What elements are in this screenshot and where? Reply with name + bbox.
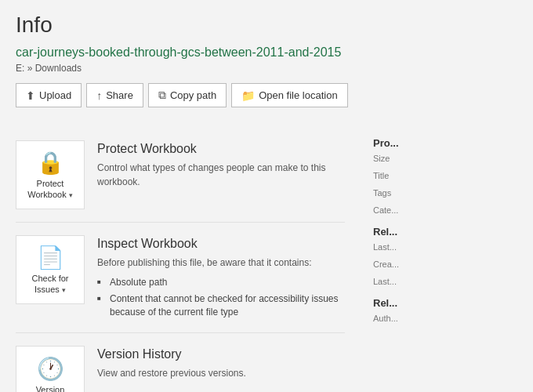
prop-size: Size — [373, 154, 520, 165]
rel-last-modified: Last... — [373, 242, 520, 253]
version-history-button[interactable]: 🕐 VersionHistory — [16, 346, 85, 392]
related2-section-title: Rel... — [373, 297, 520, 309]
share-label: Share — [106, 89, 133, 101]
protect-workbook-icon-label: ProtectWorkbook ▾ — [27, 179, 72, 199]
upload-button[interactable]: ⬆ Upload — [16, 83, 82, 107]
version-history-title: Version History — [97, 347, 345, 361]
share-icon: ↑ — [96, 89, 102, 102]
file-name: car-journeys-booked-through-gcs-between-… — [16, 45, 517, 60]
open-file-location-button[interactable]: 📁 Open file location — [231, 83, 347, 107]
copy-path-button[interactable]: ⧉ Copy path — [148, 83, 227, 107]
inspect-workbook-title: Inspect Workbook — [97, 237, 345, 251]
breadcrumb: E: » Downloads — [16, 63, 517, 74]
prop-tags-label: Tags — [373, 188, 520, 198]
right-panel: Pro... Size Title Tags Cate... Rel... La… — [361, 128, 533, 392]
rel2-author: Auth... — [373, 314, 520, 325]
protect-workbook-section: 🔒 ProtectWorkbook ▾ Protect Workbook Con… — [16, 128, 345, 223]
bullet-absolute-path: Absolute path — [97, 274, 345, 291]
related-section-title: Rel... — [373, 226, 520, 238]
copy-path-label: Copy path — [170, 89, 216, 101]
main-content: 🔒 ProtectWorkbook ▾ Protect Workbook Con… — [0, 128, 533, 392]
document-icon: 📄 — [37, 245, 64, 270]
prop-tags: Tags — [373, 188, 520, 199]
bullet-accessibility: Content that cannot be checked for acces… — [97, 291, 345, 321]
header-section: Info car-journeys-booked-through-gcs-bet… — [0, 0, 533, 128]
copy-icon: ⧉ — [158, 89, 166, 102]
properties-section-title: Pro... — [373, 137, 520, 149]
rel2-author-label: Auth... — [373, 314, 520, 323]
prop-size-label: Size — [373, 154, 520, 163]
upload-label: Upload — [39, 89, 71, 101]
protect-workbook-button[interactable]: 🔒 ProtectWorkbook ▾ — [16, 140, 85, 209]
version-history-desc: View and restore previous versions. — [97, 366, 345, 380]
prop-category: Cate... — [373, 205, 520, 216]
inspect-workbook-content: Inspect Workbook Before publishing this … — [97, 235, 345, 320]
prop-category-label: Cate... — [373, 205, 520, 215]
lock-icon: 🔒 — [37, 150, 64, 176]
inspect-workbook-bullets: Absolute path Content that cannot be che… — [97, 274, 345, 320]
rel-last-printed-label: Last... — [373, 277, 520, 286]
rel-last-printed: Last... — [373, 277, 520, 288]
inspect-workbook-desc: Before publishing this file, be aware th… — [97, 256, 345, 270]
page-title: Info — [16, 13, 517, 38]
rel-created-label: Crea... — [373, 260, 520, 269]
upload-icon: ⬆ — [26, 89, 35, 102]
left-panel: 🔒 ProtectWorkbook ▾ Protect Workbook Con… — [0, 128, 361, 392]
folder-icon: 📁 — [241, 89, 255, 102]
check-for-issues-section: 📄 Check forIssues ▾ Inspect Workbook Bef… — [16, 223, 345, 333]
check-for-issues-icon-label: Check forIssues ▾ — [31, 274, 68, 294]
version-history-content: Version History View and restore previou… — [97, 346, 345, 385]
action-bar: ⬆ Upload ↑ Share ⧉ Copy path 📁 Open file… — [16, 83, 517, 107]
prop-title: Title — [373, 171, 520, 182]
version-history-section: 🕐 VersionHistory Version History View an… — [16, 333, 345, 392]
protect-workbook-desc: Control what types of changes people can… — [97, 161, 345, 189]
protect-workbook-content: Protect Workbook Control what types of c… — [97, 140, 345, 194]
version-history-icon-label: VersionHistory — [36, 385, 65, 392]
rel-last-modified-label: Last... — [373, 242, 520, 252]
share-button[interactable]: ↑ Share — [86, 83, 143, 107]
rel-created: Crea... — [373, 260, 520, 270]
protect-workbook-title: Protect Workbook — [97, 142, 345, 156]
page-container: Info car-journeys-booked-through-gcs-bet… — [0, 0, 533, 392]
prop-title-label: Title — [373, 171, 520, 180]
check-for-issues-button[interactable]: 📄 Check forIssues ▾ — [16, 235, 85, 304]
clock-icon: 🕐 — [37, 356, 64, 382]
open-file-location-label: Open file location — [259, 89, 337, 101]
